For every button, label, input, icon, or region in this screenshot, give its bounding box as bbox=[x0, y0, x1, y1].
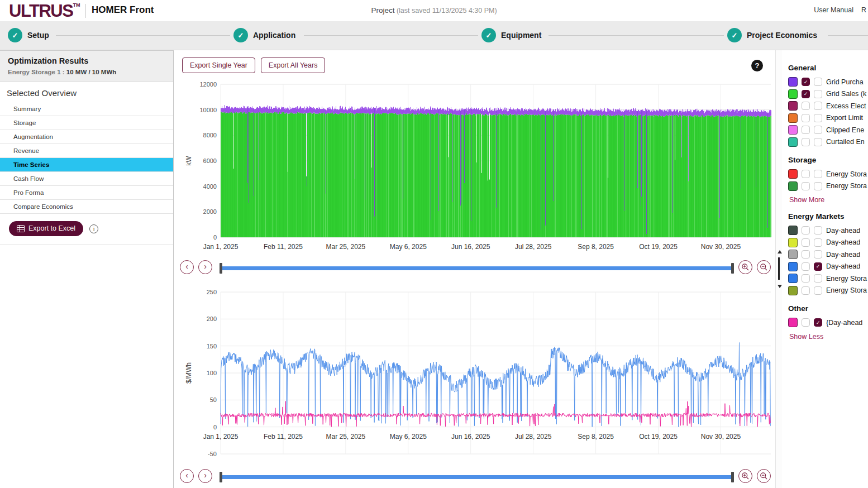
legend-checkbox-top-chart[interactable] bbox=[802, 138, 810, 146]
legend-checkbox-bottom-chart[interactable] bbox=[814, 126, 822, 134]
legend-item: Clipped Ene bbox=[788, 124, 868, 136]
day-ahead-swatch bbox=[788, 226, 798, 235]
selected-overview-title: Selected Overview bbox=[0, 82, 173, 102]
info-icon[interactable]: i bbox=[89, 224, 98, 233]
legend-checkbox-top-chart[interactable] bbox=[802, 226, 810, 235]
legend-checkbox-bottom-chart[interactable] bbox=[814, 90, 822, 98]
excel-icon bbox=[17, 225, 25, 232]
legend-checkbox-bottom-chart[interactable]: ✓ bbox=[814, 262, 822, 271]
legend-checkbox-top-chart[interactable] bbox=[802, 274, 810, 283]
svg-text:Jun 16, 2025: Jun 16, 2025 bbox=[451, 433, 490, 441]
export-limit-swatch bbox=[788, 113, 798, 123]
sidebar-menu: SummaryStorageAugmentationRevenueTime Se… bbox=[0, 102, 173, 214]
range-handle-right[interactable] bbox=[731, 472, 734, 482]
legend-checkbox-top-chart[interactable] bbox=[802, 182, 810, 190]
legend-label: {Day-ahead bbox=[826, 319, 862, 327]
legend-checkbox-top-chart[interactable] bbox=[802, 262, 810, 271]
legend-checkbox-top-chart[interactable] bbox=[802, 102, 810, 110]
legend-checkbox-bottom-chart[interactable] bbox=[814, 250, 822, 259]
legend-checkbox-bottom-chart[interactable] bbox=[814, 274, 822, 283]
legend-checkbox-bottom-chart[interactable] bbox=[814, 78, 822, 86]
legend-checkbox-bottom-chart[interactable] bbox=[814, 138, 822, 146]
legend-item: Energy Stora bbox=[788, 180, 868, 193]
range-handle-left[interactable] bbox=[220, 263, 222, 274]
legend-item: Energy Stora bbox=[788, 272, 868, 285]
legend-checkbox-bottom-chart[interactable]: ✓ bbox=[814, 318, 822, 327]
svg-text:Jun 16, 2025: Jun 16, 2025 bbox=[451, 243, 490, 251]
export-all-years-button[interactable]: Export All Years bbox=[261, 58, 326, 73]
scrollbar-thumb[interactable] bbox=[778, 257, 780, 280]
day-ahead-swatch bbox=[788, 262, 798, 271]
zoom-in-button[interactable] bbox=[738, 469, 752, 483]
magnifier-plus-icon bbox=[741, 263, 750, 271]
legend-label: Grid Sales (k bbox=[826, 90, 866, 98]
legend-checkbox-top-chart[interactable] bbox=[802, 286, 810, 295]
step-project-economics[interactable]: ✓Project Economics bbox=[727, 28, 817, 42]
time-series-panel: Export Single Year Export All Years ? 02… bbox=[174, 50, 775, 488]
svg-text:May 6, 2025: May 6, 2025 bbox=[390, 243, 427, 251]
legend-checkbox-top-chart[interactable]: ✓ bbox=[802, 78, 810, 86]
legend-item: Curtailed En bbox=[788, 136, 868, 149]
vertical-scrollbar[interactable] bbox=[775, 50, 782, 488]
sidebar-item-summary[interactable]: Summary bbox=[0, 102, 173, 116]
legend-section-other: Other bbox=[788, 304, 868, 313]
legend-checkbox-bottom-chart[interactable] bbox=[814, 102, 822, 110]
user-manual-link[interactable]: User Manual bbox=[814, 6, 853, 14]
legend-checkbox-bottom-chart[interactable] bbox=[814, 238, 822, 247]
zoom-out-button[interactable] bbox=[757, 260, 771, 274]
legend-item: Day-ahead bbox=[788, 237, 868, 249]
clipped-header-link[interactable]: R bbox=[861, 6, 866, 14]
sidebar-item-storage[interactable]: Storage bbox=[0, 116, 173, 130]
step-connector bbox=[304, 35, 478, 36]
results-sidebar: Optimization Results Energy Storage 1 : … bbox=[0, 50, 174, 488]
range-slider[interactable] bbox=[221, 475, 733, 479]
sidebar-item-cash-flow[interactable]: Cash Flow bbox=[0, 172, 173, 186]
legend-spacer bbox=[788, 296, 868, 304]
energy-stora-swatch bbox=[788, 181, 798, 191]
legend-checkbox-bottom-chart[interactable] bbox=[814, 182, 822, 190]
legend-checkbox-bottom-chart[interactable] bbox=[814, 286, 822, 295]
svg-text:Nov 30, 2025: Nov 30, 2025 bbox=[701, 243, 741, 251]
legend-checkbox-bottom-chart[interactable] bbox=[814, 170, 822, 178]
legend-checkbox-top-chart[interactable] bbox=[802, 114, 810, 122]
magnifier-minus-icon bbox=[760, 472, 768, 480]
step-application[interactable]: ✓Application bbox=[233, 28, 295, 42]
sidebar-item-revenue[interactable]: Revenue bbox=[0, 144, 173, 158]
svg-text:Sep 8, 2025: Sep 8, 2025 bbox=[578, 243, 614, 251]
help-icon[interactable]: ? bbox=[751, 60, 763, 71]
legend-checkbox-top-chart[interactable]: ✓ bbox=[802, 90, 810, 98]
sidebar-item-time-series[interactable]: Time Series bbox=[0, 158, 173, 172]
pan-left-button[interactable]: ‹ bbox=[180, 260, 194, 274]
show-more-link[interactable]: Show More bbox=[789, 196, 868, 204]
homer-front-app: ULTRUSTM HOMER Front Project (last saved… bbox=[0, 0, 868, 488]
legend-checkbox-top-chart[interactable] bbox=[802, 126, 810, 134]
legend-checkbox-top-chart[interactable] bbox=[802, 170, 810, 178]
sidebar-item-compare-economics[interactable]: Compare Economics bbox=[0, 200, 173, 214]
pan-right-button[interactable]: › bbox=[198, 469, 212, 483]
legend-checkbox-bottom-chart[interactable] bbox=[814, 226, 822, 235]
power-timeseries-chart: 020004000600080001000012000Jan 1, 2025Fe… bbox=[184, 78, 774, 252]
legend-checkbox-top-chart[interactable] bbox=[802, 318, 810, 327]
export-to-excel-button[interactable]: Export to Excel bbox=[9, 221, 83, 236]
export-single-year-button[interactable]: Export Single Year bbox=[182, 58, 255, 73]
legend-checkbox-bottom-chart[interactable] bbox=[814, 114, 822, 122]
legend-checkbox-top-chart[interactable] bbox=[802, 250, 810, 259]
legend-label: Export Limit bbox=[826, 114, 863, 122]
pan-right-button[interactable]: › bbox=[198, 260, 212, 274]
step-check-icon: ✓ bbox=[8, 28, 22, 42]
sidebar-item-pro-forma[interactable]: Pro Forma bbox=[0, 186, 173, 200]
range-handle-left[interactable] bbox=[220, 472, 222, 482]
zoom-out-button[interactable] bbox=[757, 469, 771, 483]
range-slider[interactable] bbox=[221, 266, 733, 270]
legend-label: Energy Stora bbox=[826, 286, 867, 294]
step-equipment[interactable]: ✓Equipment bbox=[481, 28, 541, 42]
step-setup[interactable]: ✓Setup bbox=[8, 28, 49, 42]
pan-left-button[interactable]: ‹ bbox=[180, 469, 194, 483]
show-less-link[interactable]: Show Less bbox=[789, 333, 868, 341]
sidebar-item-augmentation[interactable]: Augmentation bbox=[0, 130, 173, 144]
legend-checkbox-top-chart[interactable] bbox=[802, 238, 810, 247]
scrollbar-up-arrow[interactable] bbox=[778, 250, 782, 253]
zoom-in-button[interactable] bbox=[738, 260, 752, 274]
range-handle-right[interactable] bbox=[731, 263, 734, 274]
scrollbar-down-arrow[interactable] bbox=[778, 285, 782, 288]
